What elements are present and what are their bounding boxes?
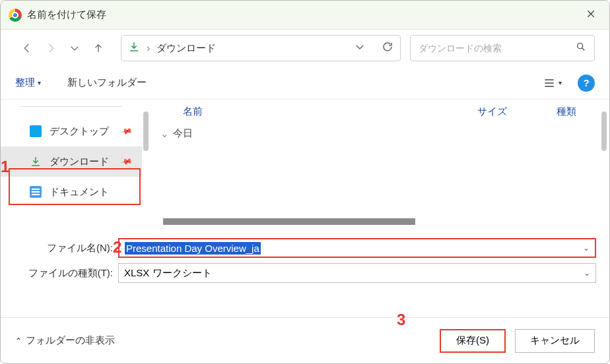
chevron-down-icon: ⌄ — [160, 128, 169, 140]
column-name[interactable]: 名前 — [160, 106, 477, 118]
download-icon — [128, 41, 140, 55]
chevron-down-icon[interactable]: ⌄ — [583, 243, 590, 253]
refresh-button[interactable] — [382, 41, 393, 55]
caret-down-icon: ▾ — [38, 79, 41, 86]
address-dropdown[interactable] — [354, 41, 366, 55]
help-button[interactable]: ? — [578, 75, 595, 92]
organize-menu[interactable]: 整理 ▾ — [15, 76, 41, 89]
hide-folders-toggle[interactable]: ⌃ フォルダーの非表示 — [15, 334, 115, 347]
footer: ⌃ フォルダーの非表示 保存(S) キャンセル — [1, 317, 609, 363]
forward-button[interactable] — [39, 36, 63, 60]
sidebar: デスクトップ 📌 ダウンロード 📌 ドキュメント — [1, 100, 142, 229]
pin-icon: 📌 — [119, 155, 133, 168]
filename-label: ファイル名(N): — [27, 242, 118, 255]
download-icon — [30, 156, 42, 167]
nav-row: › ダウンロード — [1, 30, 609, 67]
view-menu[interactable]: ▾ — [543, 76, 562, 90]
save-button[interactable]: 保存(S) — [440, 329, 506, 353]
search-box[interactable] — [410, 35, 595, 61]
document-icon — [30, 186, 42, 198]
group-today[interactable]: ⌄ 今日 — [160, 127, 609, 140]
chevron-down-icon[interactable]: ⌄ — [584, 268, 590, 278]
chrome-icon — [9, 9, 22, 22]
file-pane: 名前 サイズ 種類 ⌄ 今日 — [142, 100, 609, 229]
back-button[interactable] — [15, 36, 39, 60]
save-as-dialog: 名前を付けて保存 › ダウンロード 整 — [0, 0, 610, 364]
sidebar-item-label: デスクトップ — [50, 125, 109, 138]
up-button[interactable] — [86, 36, 110, 60]
hide-folders-label: フォルダーの非表示 — [26, 334, 115, 347]
svg-point-0 — [578, 44, 583, 49]
sidebar-item-downloads[interactable]: ダウンロード 📌 — [1, 146, 142, 177]
group-label: 今日 — [173, 127, 193, 140]
fields: ファイル名(N): Presentation Day Overview_ja ⌄… — [1, 229, 609, 286]
close-button[interactable] — [580, 5, 601, 25]
search-input[interactable] — [419, 43, 576, 53]
titlebar: 名前を付けて保存 — [1, 1, 609, 30]
new-folder-button[interactable]: 新しいフォルダー — [67, 76, 147, 89]
filename-value: Presentation Day Overview_ja — [125, 242, 261, 255]
chevron-right-icon: › — [147, 42, 150, 54]
column-headers: 名前 サイズ 種類 — [160, 100, 609, 123]
toolbar: 整理 ▾ 新しいフォルダー ▾ ? — [1, 67, 609, 100]
filetype-value: XLSX ワークシート — [124, 267, 212, 280]
organize-label: 整理 — [15, 76, 35, 89]
sidebar-item-label: ドキュメント — [50, 186, 109, 198]
filetype-row: ファイルの種類(T): XLSX ワークシート ⌄ — [27, 260, 596, 286]
filename-combobox[interactable]: Presentation Day Overview_ja ⌄ — [118, 238, 596, 258]
desktop-icon — [30, 125, 42, 137]
search-icon[interactable] — [576, 42, 586, 55]
filetype-combobox[interactable]: XLSX ワークシート ⌄ — [118, 263, 596, 283]
filepane-scrollbar-horizontal[interactable] — [163, 218, 597, 225]
address-bar[interactable]: › ダウンロード — [121, 35, 401, 61]
filepane-scrollbar-vertical[interactable] — [601, 111, 607, 151]
chevron-up-icon: ⌃ — [15, 336, 22, 346]
pin-icon: 📌 — [119, 125, 133, 138]
caret-down-icon: ▾ — [559, 79, 562, 86]
column-size[interactable]: サイズ — [477, 106, 557, 118]
cancel-button[interactable]: キャンセル — [515, 329, 595, 353]
filetype-label: ファイルの種類(T): — [27, 267, 118, 280]
window-title: 名前を付けて保存 — [27, 9, 106, 21]
filename-row: ファイル名(N): Presentation Day Overview_ja ⌄ — [27, 235, 596, 260]
breadcrumb-folder[interactable]: ダウンロード — [156, 42, 216, 55]
recent-dropdown[interactable] — [63, 36, 86, 60]
dialog-body: デスクトップ 📌 ダウンロード 📌 ドキュメント 名前 サイズ 種類 — [1, 100, 609, 229]
sidebar-item-label: ダウンロード — [50, 156, 109, 168]
sidebar-item-desktop[interactable]: デスクトップ 📌 — [1, 116, 142, 146]
sidebar-item-documents[interactable]: ドキュメント — [1, 177, 142, 207]
